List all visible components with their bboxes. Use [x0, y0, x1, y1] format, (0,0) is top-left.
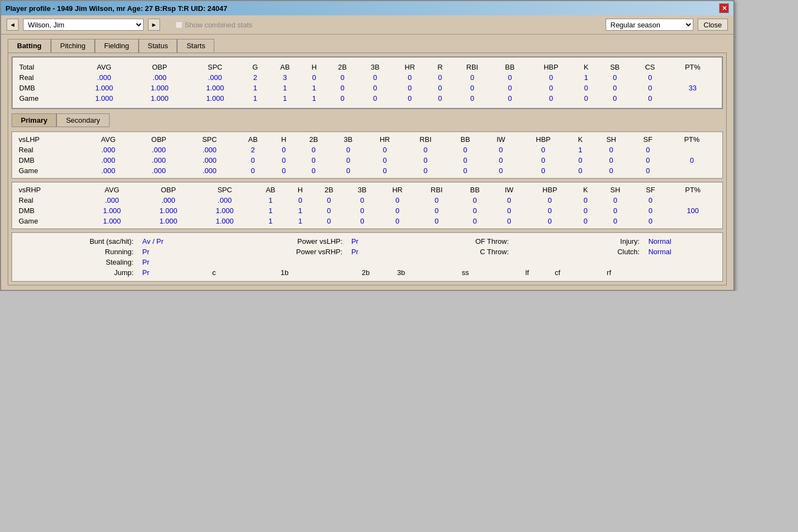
table-row: Real.000.000.000100000000000	[16, 195, 718, 205]
content-area: Batting Pitching Fielding Status Starts …	[1, 35, 733, 290]
pos-c: c	[206, 267, 223, 278]
total-stats-table: Total AVG OBP SPC G AB H 2B 3B HR R RBI	[17, 62, 717, 104]
sub-tab-secondary[interactable]: Secondary	[56, 113, 109, 127]
show-combined-label: Show combined stats	[175, 21, 253, 29]
tab-starts[interactable]: Starts	[177, 39, 214, 53]
table-row: DMB1.0001.0001.000110000000000100	[16, 205, 718, 216]
show-combined-checkbox[interactable]	[175, 21, 183, 28]
pos-rf: rf	[574, 267, 644, 278]
batting-panel: Total AVG OBP SPC G AB H 2B 3B HR R RBI	[8, 53, 727, 285]
prev-player-button[interactable]: ◄	[7, 19, 19, 31]
col-hr: HR	[391, 62, 428, 72]
bunt-value: Av / Pr	[138, 236, 206, 247]
tab-fielding[interactable]: Fielding	[95, 39, 139, 53]
player-select[interactable]: Wilson, Jim	[23, 19, 144, 31]
col-rbi: RBI	[452, 62, 493, 72]
c-throw-label: C Throw:	[418, 247, 514, 257]
col-2b: 2B	[326, 62, 359, 72]
season-select[interactable]: Regular season	[606, 19, 693, 31]
bunt-label: Bunt (sac/hit):	[19, 236, 138, 247]
col-cs: CS	[632, 62, 668, 72]
power-lhp-value: Pr	[347, 236, 385, 247]
next-player-button[interactable]: ►	[148, 19, 160, 31]
main-tabs: Batting Pitching Fielding Status Starts	[8, 39, 727, 53]
col-k: K	[575, 62, 598, 72]
title-bar: Player profile - 1949 Jim Wilson, mr Age…	[1, 1, 733, 15]
table-row: Game1.0001.0001.000110000000000	[16, 216, 718, 226]
table-row: Game.000.000.000000000000000	[16, 165, 718, 176]
pos-ss: ss	[418, 267, 514, 278]
pos-1b: 1b	[223, 267, 347, 278]
col-avg: AVG	[76, 62, 132, 72]
col-vsrhp: vsRHP	[16, 185, 84, 195]
title-bar-buttons: ✕	[719, 3, 729, 13]
jump-value: Pr	[138, 267, 206, 278]
col-g: G	[243, 62, 267, 72]
total-stats-box: Total AVG OBP SPC G AB H 2B 3B HR R RBI	[12, 56, 723, 109]
bottom-info-table: Bunt (sac/hit): Av / Pr Power vsLHP: Pr …	[19, 236, 716, 278]
col-obp: OBP	[132, 62, 187, 72]
vslhp-section: vsLHP AVG OBP SPC AB H 2B 3B HR RBI BB I…	[12, 131, 723, 179]
close-button[interactable]: Close	[698, 19, 728, 31]
table-row: DMB.000.000.0000000000000000	[16, 155, 718, 165]
pos-lf: lf	[513, 267, 541, 278]
col-sb: SB	[597, 62, 632, 72]
of-throw-value	[513, 236, 541, 247]
col-r: R	[428, 62, 452, 72]
stealing-label: Stealing:	[19, 257, 138, 267]
col-3b: 3B	[359, 62, 392, 72]
window-title: Player profile - 1949 Jim Wilson, mr Age…	[5, 4, 227, 13]
running-label: Running:	[19, 247, 138, 257]
power-rhp-value: Pr	[347, 247, 385, 257]
tab-status[interactable]: Status	[139, 39, 178, 53]
vslhp-table: vsLHP AVG OBP SPC AB H 2B 3B HR RBI BB I…	[16, 134, 718, 176]
col-spc: SPC	[187, 62, 243, 72]
vsrhp-table: vsRHP AVG OBP SPC AB H 2B 3B HR RBI BB I…	[16, 185, 718, 226]
pos-3b: 3b	[385, 267, 418, 278]
bottom-info: Bunt (sac/hit): Av / Pr Power vsLHP: Pr …	[12, 232, 723, 282]
toolbar: ◄ Wilson, Jim ► Show combined stats Regu…	[1, 15, 733, 35]
power-lhp-label: Power vsLHP:	[223, 236, 347, 247]
col-vslhp: vsLHP	[16, 134, 83, 145]
injury-label: Injury:	[574, 236, 644, 247]
pos-cf: cf	[541, 267, 574, 278]
clutch-value: Normal	[644, 247, 716, 257]
col-h: H	[303, 62, 326, 72]
window-close-button[interactable]: ✕	[719, 3, 729, 13]
table-row: Game1.0001.0001.0001110000000000	[17, 93, 717, 104]
running-value: Pr	[138, 247, 206, 257]
col-ab: AB	[267, 62, 302, 72]
tab-pitching[interactable]: Pitching	[51, 39, 95, 53]
power-rhp-label: Power vsRHP:	[223, 247, 347, 257]
col-hbp: HBP	[527, 62, 575, 72]
stealing-value: Pr	[138, 257, 206, 267]
col-bb: BB	[493, 62, 527, 72]
table-row: Real.000.000.000200000000100	[16, 145, 718, 155]
pos-2b: 2b	[347, 267, 385, 278]
of-throw-label: OF Throw:	[418, 236, 514, 247]
col-total: Total	[17, 62, 76, 72]
tab-batting[interactable]: Batting	[8, 39, 51, 53]
clutch-label: Clutch:	[574, 247, 644, 257]
sub-tabs: Primary Secondary	[12, 113, 723, 127]
c-throw-value	[513, 247, 541, 257]
jump-label: Jump:	[19, 267, 138, 278]
vsrhp-section: vsRHP AVG OBP SPC AB H 2B 3B HR RBI BB I…	[12, 182, 723, 229]
injury-value: Normal	[644, 236, 716, 247]
table-row: Real.000.000.0002300000000100	[17, 72, 717, 83]
col-pt: PT%	[668, 62, 717, 72]
table-row: DMB1.0001.0001.000111000000000033	[17, 83, 717, 93]
sub-tab-primary[interactable]: Primary	[12, 113, 56, 127]
